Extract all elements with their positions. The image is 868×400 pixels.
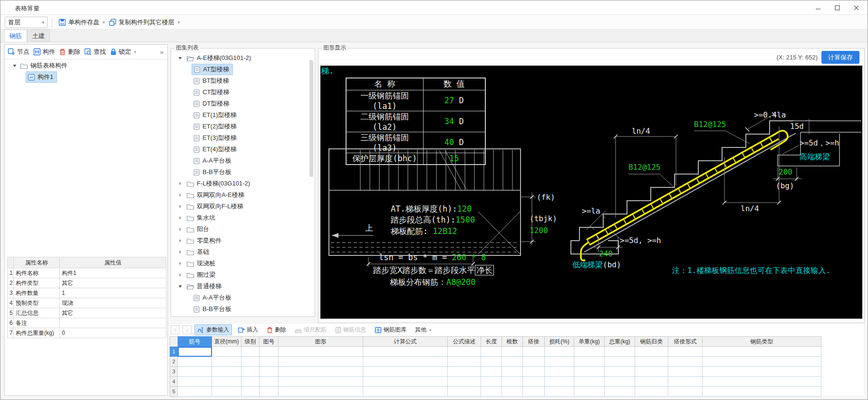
atlas-folder[interactable]: F-L楼梯(03G101-2): [172, 178, 308, 189]
atlas-item-body[interactable]: 零星构件: [185, 235, 225, 246]
atlas-folder[interactable]: 零星构件: [172, 235, 308, 246]
chevron-down-icon[interactable]: ▾: [178, 20, 180, 25]
grid-header[interactable]: 长度: [481, 337, 502, 347]
grid-header[interactable]: 根数: [502, 337, 523, 347]
grid-cell[interactable]: [212, 387, 241, 397]
grid-cell[interactable]: [178, 347, 212, 357]
grid-cell[interactable]: [481, 377, 502, 387]
grid-cell[interactable]: [481, 367, 502, 377]
grid-header[interactable]: 图形: [279, 337, 363, 347]
collapse-arrow-icon[interactable]: [177, 273, 183, 277]
atlas-item-body[interactable]: A-A平台板: [192, 293, 235, 303]
grid-cell[interactable]: [448, 377, 481, 387]
property-row[interactable]: 7构件总重量(kg)0: [8, 328, 166, 338]
property-value[interactable]: 构件1: [60, 268, 166, 278]
node-button[interactable]: 节点: [8, 48, 29, 56]
grid-cell[interactable]: [635, 377, 668, 387]
delete-button[interactable]: 删除: [59, 48, 80, 56]
grid-cell[interactable]: [448, 357, 481, 367]
toolbar-overflow-button[interactable]: »: [160, 49, 164, 56]
atlas-item-body[interactable]: 基础: [185, 247, 212, 257]
grid-header[interactable]: 搭接: [523, 337, 545, 347]
grid-cell[interactable]: [545, 347, 574, 357]
grid-header[interactable]: 图号: [260, 337, 279, 347]
expand-arrow-icon[interactable]: [11, 63, 18, 68]
collapse-arrow-icon[interactable]: [177, 238, 183, 243]
atlas-item-body[interactable]: 阳台: [185, 224, 212, 234]
grid-cell[interactable]: [703, 377, 821, 387]
grid-cell[interactable]: [523, 357, 545, 367]
grid-cell[interactable]: [703, 347, 821, 357]
grid-row-number[interactable]: 4: [170, 377, 178, 387]
rebar-library-button[interactable]: 钢筋图库: [372, 324, 409, 335]
grid-header[interactable]: 总重(kg): [605, 337, 635, 347]
minimize-button[interactable]: [809, 1, 828, 14]
property-value[interactable]: 0: [60, 328, 166, 338]
atlas-folder[interactable]: 阳台: [172, 224, 308, 235]
grid-cell[interactable]: [212, 377, 241, 387]
atlas-folder[interactable]: 双网双向F-L楼梯: [172, 201, 308, 212]
tree-item-component1[interactable]: 构件1: [5, 71, 167, 83]
grid-cell[interactable]: [635, 357, 668, 367]
grid-cell[interactable]: [502, 387, 523, 397]
grid-cell[interactable]: [241, 347, 260, 357]
atlas-item-body[interactable]: F-L楼梯(03G101-2): [185, 178, 253, 189]
grid-cell[interactable]: [481, 387, 502, 397]
atlas-item-body[interactable]: AT型楼梯: [192, 64, 233, 75]
grid-cell[interactable]: [703, 387, 821, 397]
atlas-item-body[interactable]: 双网双向F-L楼梯: [185, 201, 247, 212]
grid-cell[interactable]: [212, 367, 241, 377]
grid-cell[interactable]: [574, 387, 605, 397]
atlas-item[interactable]: B-B平台板: [172, 166, 308, 178]
other-button[interactable]: 其他 ▾: [412, 324, 434, 335]
atlas-item-body[interactable]: 集水坑: [185, 213, 219, 223]
rebar-info-button[interactable]: 钢筋信息: [332, 324, 369, 335]
atlas-item-body[interactable]: A-A平台板: [192, 156, 235, 166]
grid-cell[interactable]: [523, 347, 545, 357]
collapse-arrow-icon[interactable]: [177, 204, 183, 209]
grid-cell[interactable]: [605, 347, 635, 357]
grid-cell[interactable]: [502, 347, 523, 357]
atlas-item[interactable]: ET(3)型楼梯: [172, 132, 308, 144]
tree-item-root[interactable]: 钢筋表格构件: [5, 60, 167, 71]
grid-cell[interactable]: [279, 387, 363, 397]
atlas-item[interactable]: AT型楼梯: [172, 64, 308, 75]
atlas-item-body[interactable]: DT型楼梯: [192, 98, 232, 109]
tab-civil[interactable]: 土建: [27, 29, 50, 42]
atlas-item-body[interactable]: BT型楼梯: [192, 76, 232, 86]
grid-cell[interactable]: [260, 367, 279, 377]
component-button[interactable]: 构件: [33, 48, 55, 56]
grid-cell[interactable]: [178, 357, 212, 367]
insert-button[interactable]: 插入: [235, 324, 261, 335]
grid-cell[interactable]: [605, 387, 635, 397]
grid-cell[interactable]: [279, 357, 363, 367]
grid-cell[interactable]: [178, 367, 212, 377]
chevron-down-icon[interactable]: ▾: [134, 49, 136, 54]
grid-cell[interactable]: [260, 377, 279, 387]
grid-cell[interactable]: [668, 347, 703, 357]
grid-cell[interactable]: [668, 377, 703, 387]
tab-rebar[interactable]: 钢筋: [4, 29, 27, 42]
grid-cell[interactable]: [241, 387, 260, 397]
grid-cell[interactable]: [502, 377, 523, 387]
atlas-folder[interactable]: 双网双向A-E楼梯: [172, 189, 308, 201]
grid-header[interactable]: 公式描述: [448, 337, 481, 347]
grid-cell[interactable]: [545, 387, 574, 397]
property-row[interactable]: 2构件类型其它: [8, 278, 166, 288]
grid-cell[interactable]: [178, 377, 212, 387]
grid-cell[interactable]: [545, 357, 574, 367]
grid-cell[interactable]: [241, 367, 260, 377]
grid-cell[interactable]: [363, 387, 448, 397]
property-value[interactable]: 其它: [60, 278, 166, 288]
grid-header[interactable]: 级别: [241, 337, 260, 347]
move-up-button[interactable]: ↑: [171, 325, 180, 334]
grid-header[interactable]: 钢筋类型: [703, 337, 821, 347]
atlas-item[interactable]: ET(2)型楼梯: [172, 121, 308, 132]
atlas-item[interactable]: ET(1)型楼梯: [172, 109, 308, 121]
grid-header[interactable]: 钢筋归类: [635, 337, 668, 347]
grid-cell[interactable]: [605, 377, 635, 387]
atlas-folder[interactable]: 普通楼梯: [172, 281, 308, 292]
grid-cell[interactable]: [668, 387, 703, 397]
grid-cell[interactable]: [260, 357, 279, 367]
lock-button[interactable]: 锁定 ▾: [110, 48, 136, 56]
